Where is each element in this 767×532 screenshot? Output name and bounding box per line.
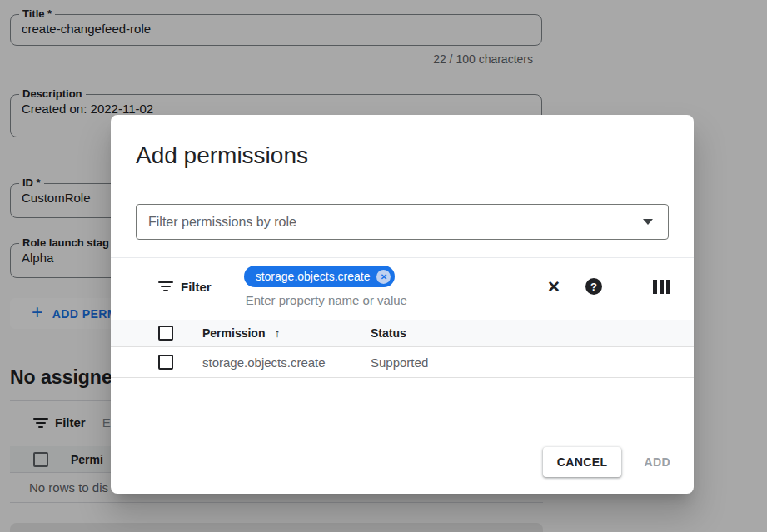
permissions-filter-toolbar: Filter storage.objects.create ✕ ✕ ? <box>111 257 694 314</box>
dropdown-placeholder: Filter permissions by role <box>148 215 296 230</box>
vertical-divider <box>625 267 625 306</box>
filter-property-input[interactable] <box>244 293 477 307</box>
status-cell: Supported <box>371 355 428 370</box>
filter-chip[interactable]: storage.objects.create ✕ <box>244 266 396 287</box>
permission-cell: storage.objects.create <box>202 355 326 370</box>
column-display-options-icon[interactable] <box>653 280 670 294</box>
filter-permissions-by-role-dropdown[interactable]: Filter permissions by role <box>136 204 669 240</box>
filter-label: Filter <box>181 280 212 294</box>
sort-ascending-icon[interactable]: ↑ <box>274 326 280 340</box>
cancel-button[interactable]: CANCEL <box>543 447 622 477</box>
chip-remove-icon[interactable]: ✕ <box>376 270 391 284</box>
filter-list-icon <box>158 281 173 291</box>
chevron-down-icon <box>643 219 653 225</box>
select-all-checkbox[interactable] <box>158 326 173 341</box>
toolbar-actions: ✕ ? <box>547 267 670 306</box>
help-icon[interactable]: ? <box>585 278 602 295</box>
add-button[interactable]: ADD <box>644 455 670 469</box>
clear-filters-icon[interactable]: ✕ <box>547 279 560 295</box>
dialog-footer: CANCEL ADD <box>543 447 670 477</box>
permissions-table: Permission ↑ Status storage.objects.crea… <box>111 320 694 378</box>
permission-column-header[interactable]: Permission <box>202 326 265 340</box>
filter-chip-block: storage.objects.create ✕ <box>244 266 477 307</box>
table-row[interactable]: storage.objects.create Supported <box>111 347 694 378</box>
status-column-header[interactable]: Status <box>371 326 406 340</box>
dialog-title: Add permissions <box>136 142 669 170</box>
table-header-row: Permission ↑ Status <box>111 320 694 347</box>
filter-chip-text: storage.objects.create <box>256 270 371 283</box>
page: Title * create-changefeed-role 22 / 100 … <box>0 0 767 532</box>
add-permissions-dialog: Add permissions Filter permissions by ro… <box>111 115 694 494</box>
row-checkbox[interactable] <box>158 355 173 370</box>
